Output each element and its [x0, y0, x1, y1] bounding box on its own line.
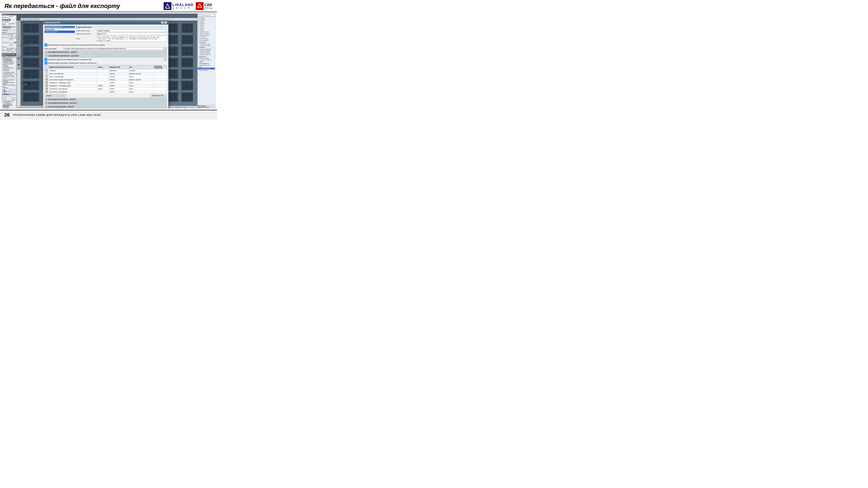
dialog-close[interactable]: ×	[164, 21, 167, 24]
table-row[interactable]: Блок кам'яної кладки - Конструктивн. Mas…	[45, 78, 167, 82]
tree-item-7[interactable]: 4. Поверх	[198, 29, 215, 31]
central-pk-label: Цей ПК	[2, 32, 6, 33]
tree-pivnichnyi[interactable]: Північний підйом	[198, 52, 215, 54]
tree-item-8[interactable]: 3. План типового п	[198, 31, 215, 33]
material-table: Будівельний матеріал Archicad Значе... М…	[44, 65, 167, 93]
tree-item-2[interactable]: 9. Поверх	[198, 21, 215, 22]
toolbar-icon[interactable]	[5, 19, 6, 21]
tree-skhidnyi[interactable]: Східний підйом (А	[198, 54, 215, 55]
tool-10[interactable]: ⌂	[17, 50, 20, 53]
tool-selected[interactable]: ●	[17, 57, 20, 60]
tool-5[interactable]: △	[17, 34, 20, 37]
tree-pereriz-2[interactable]: 2 Розріз 2-2 (Авто	[198, 45, 215, 46]
show-all-label: Показати всі версії SAF	[45, 26, 62, 28]
table-row[interactable]: Залізобетон - Попередньо підгот. C40/50 …	[45, 82, 167, 85]
browse-file-btn[interactable]: …	[164, 47, 167, 50]
tool-6[interactable]: ⊞	[17, 37, 20, 40]
match-checkbox[interactable]	[44, 58, 47, 61]
tree-zagalna2[interactable]: Загальна мул...	[198, 69, 215, 71]
mat-import-section[interactable]: ▶ ЗІСТАВЛЕННЯ МАТЕРІАЛУ - ІМПОРТ	[44, 51, 167, 54]
tree-item-13[interactable]: -3. План паркінгу	[198, 40, 215, 41]
table-row[interactable]: Цегла - Конструктивн. Masonry Кам'яна / …	[45, 72, 167, 75]
dialog-minimize[interactable]: ─	[161, 21, 164, 24]
footer-number: 26	[4, 112, 9, 118]
archicad-save-dialog: Зберегти 3D × Зберегти у: 2023-ПА - 67 І…	[2, 13, 17, 52]
settings-label[interactable]: Налаштування...	[198, 108, 215, 108]
show-all-versions[interactable]: Показати всі версії SAF	[44, 26, 75, 28]
version-value: Версія 2.0.0	[97, 33, 167, 35]
table-row[interactable]: Залізобетон - Конструктивн. C20/25 C20/2…	[45, 88, 167, 91]
table-row[interactable]: Бетон - Конструктивн. C12/15 Бетон	[45, 75, 167, 78]
tool-9[interactable]: T	[17, 47, 20, 50]
delete-material-btn[interactable]: Видалити	[55, 94, 66, 97]
toolbar-icon[interactable]	[9, 19, 11, 21]
ext-db-label: Використовувати зовнішню базу даних для …	[48, 44, 105, 46]
tree-shtamp[interactable]: Штамп А3 А3 ДСТУ	[198, 59, 215, 61]
tool-11[interactable]: ⊖	[17, 54, 20, 57]
tree-item-5[interactable]: 6. Поверх	[198, 26, 215, 28]
tree-zagalna[interactable]: Загальна перспек	[198, 68, 215, 69]
search-input[interactable]	[198, 14, 215, 16]
tree-item-3[interactable]: 8. Поверх	[198, 22, 215, 24]
tool-4[interactable]: ◇	[17, 31, 20, 34]
tree-container: 11. Поверх10. Поверх9. Поверх8. Поверх7.…	[198, 17, 215, 105]
materials-saf-btn[interactable]: Матеріали SAF...	[150, 94, 167, 97]
toolbar-icon[interactable]	[2, 19, 4, 21]
tree-item-6[interactable]: 5. Поверх	[198, 28, 215, 29]
tool-3[interactable]: □	[17, 28, 20, 31]
other-import-section[interactable]: ▶ ІНШІ НАЛАШТУВАННЯ - ІМПОРТ	[44, 105, 167, 108]
ext-db-checkbox[interactable]	[44, 43, 47, 46]
constr-func-value: Несучий елемент	[3, 73, 15, 75]
props-checkbox-row: Використовувати властивості елемента для…	[44, 62, 167, 64]
profile-import-section[interactable]: ▶ ЗІСТАВЛЕННЯ ПРОФІЛЮ - ІМПОРТ	[44, 98, 167, 101]
tool-7[interactable]: ⊡	[17, 40, 20, 43]
mat-export-section[interactable]: ▼ ЗІСТАВЛЕННЯ МАТЕРІАЛУ - ЕКСПОРТ	[44, 54, 167, 58]
file-db-path: C:\Program Files\Graphisoft\Archicad 26\…	[63, 47, 163, 50]
properties-panel: Властивості Загальна перспекти... Налашт…	[198, 105, 215, 108]
tree-pivdennyi[interactable]: Південний підйом	[198, 50, 215, 52]
tree-item-4[interactable]: 7. Поверх	[198, 24, 215, 26]
tree-item-1[interactable]: 10. Поверх	[198, 19, 215, 21]
file-db-row: Файл бази даних: C:\Program Files\Graphi…	[44, 47, 167, 50]
translator-item-sample[interactable]: Sample Translator	[44, 31, 75, 33]
tool-8[interactable]: ⊛	[17, 44, 20, 47]
element-content: ▶ ГЕОМЕТРІЯ ТА РОЗТАШУВАННЯ ▶ МОДЕЛЮВАНН…	[2, 58, 16, 108]
cad-logo: CAD Office	[196, 2, 213, 10]
table-row[interactable]: Залізобетон - Попередньо підгот. C50/60 …	[45, 85, 167, 88]
category-info-btn[interactable]: ⓘ	[164, 58, 167, 61]
left-panel: Зберегти 3D × Зберегти у: 2023-ПА - 67 І…	[2, 13, 17, 108]
tree-item-9[interactable]: 2. Розріз 2-2 (Авто	[198, 33, 215, 34]
profile-export-label: ЗІСТАВЛЕННЯ ПРОФІЛЮ - ЕКСПОРТ	[48, 102, 77, 104]
dialog-title-bar: Транслятор SAF ? ─ ×	[43, 21, 168, 25]
tool-13[interactable]: ⊕	[17, 60, 20, 63]
table-row[interactable]: Алюміній Aluminium Алюміній	[45, 69, 167, 72]
tree-detali[interactable]: Деталі	[198, 61, 215, 62]
tree-rozgortky: ▷ Розгортки	[198, 55, 215, 57]
tree-item-10[interactable]: 1. Розріз 2-2 (Авто	[198, 34, 215, 36]
tree-item-12[interactable]: -2. План паркінгу	[198, 38, 215, 40]
left-toolbar: ↖ ✏ □ ◇ △ ⊞ ⊡ ⊛ T ⌂ ⊖ ● ⊕ ⬛ ◉	[17, 21, 21, 108]
toolbar-icon[interactable]	[7, 19, 8, 21]
libraries-label: Бібліотека	[2, 30, 16, 31]
tool-14[interactable]: ⬛	[17, 63, 20, 66]
tree-3d: ▼ 3D	[198, 66, 215, 68]
tree-item-0[interactable]: 11. Поверх	[198, 17, 215, 19]
col-type: Тип	[128, 65, 154, 69]
tool-arrow[interactable]: ↖	[17, 21, 20, 24]
profile-export-section[interactable]: ▶ ЗІСТАВЛЕННЯ ПРОФІЛЮ - ЕКСПОРТ	[44, 101, 167, 105]
props-checkbox[interactable]	[44, 62, 47, 64]
desc-label: Опис:	[76, 38, 96, 39]
tree-zahidnyi[interactable]: Західний підйом (Р	[198, 48, 215, 50]
ext-db-checkbox-row: Використовувати зовнішню базу даних для …	[44, 43, 167, 46]
help-indicator: ?	[159, 21, 160, 24]
tool-15[interactable]: ◉	[17, 67, 20, 70]
tree-perspektiva[interactable]: Перспектива лоді	[198, 64, 215, 66]
tool-draw[interactable]: ✏	[17, 24, 20, 27]
model-section: ▶ МОДЕЛЮВАННЯ ЗВУКОВИХ УМОВНИХ	[2, 61, 16, 63]
tree-pidyomy: ▼ Підйоми	[198, 46, 215, 48]
add-material-btn[interactable]: Додати	[44, 94, 54, 97]
profile-import-label: ЗІСТАВЛЕННЯ ПРОФІЛЮ - ІМПОРТ	[48, 98, 76, 100]
tree-pereriz-1[interactable]: 1 Розріз 2-2 (Авто	[198, 43, 215, 45]
table-row[interactable]: Залізобетон - Конструктивн. C25/30 Бетон	[45, 91, 167, 94]
tree-item-11[interactable]: -1. Сховище	[198, 36, 215, 38]
